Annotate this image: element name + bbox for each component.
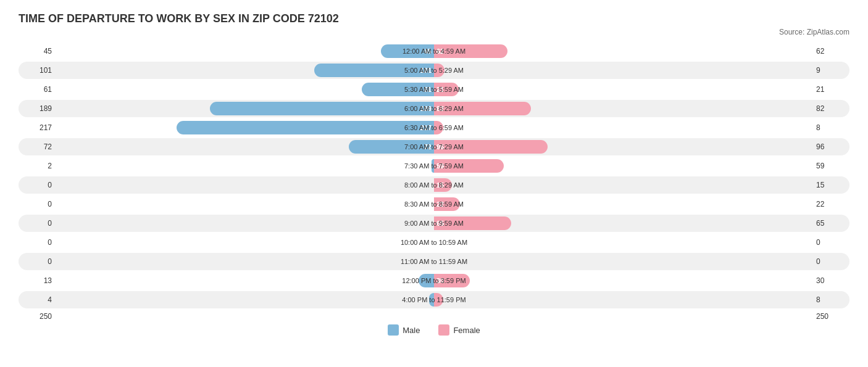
female-value: 62 — [812, 47, 849, 56]
female-value: 15 — [812, 181, 849, 189]
female-value: 96 — [812, 142, 849, 151]
bar-container: 7:00 AM to 7:29 AM7296 — [56, 138, 812, 155]
legend-female-label: Female — [453, 326, 480, 335]
bar-container: 8:00 AM to 8:29 AM15 — [56, 176, 812, 194]
male-value: 61 — [19, 85, 56, 94]
bar-container: 5:30 AM to 5:59 AM6121 — [56, 81, 812, 98]
male-value: 45 — [19, 47, 56, 56]
bar-container: 7:30 AM to 7:59 AM59 — [56, 157, 812, 175]
bar-container: 12:00 AM to 4:59 AM4562 — [56, 43, 812, 60]
axis-right-label: 250 — [812, 312, 849, 321]
bar-container: 11:00 AM to 11:59 AM — [56, 253, 812, 270]
male-value: 2 — [19, 162, 56, 170]
bar-row: 727:00 AM to 7:29 AM729696 — [19, 138, 849, 155]
time-label: 6:00 AM to 6:29 AM — [404, 105, 464, 112]
time-label: 12:00 PM to 3:59 PM — [402, 277, 465, 284]
bar-container: 12:00 PM to 3:59 PM30 — [56, 272, 812, 289]
male-value: 72 — [19, 142, 56, 151]
male-value: 0 — [19, 238, 56, 247]
time-label: 11:00 AM to 11:59 AM — [401, 258, 467, 265]
male-value: 13 — [19, 276, 56, 285]
time-label: 8:00 AM to 8:29 AM — [404, 181, 464, 189]
bar-container: 9:00 AM to 9:59 AM65 — [56, 215, 812, 232]
male-value: 0 — [19, 219, 56, 228]
legend-male: Male — [388, 324, 420, 336]
legend-female-box — [438, 324, 449, 336]
bar-row: 44:00 PM to 11:59 PM8 — [19, 291, 849, 308]
axis-row: 250 250 — [19, 312, 849, 321]
female-value: 59 — [812, 162, 849, 170]
female-value: 8 — [812, 123, 849, 132]
female-value: 8 — [812, 295, 849, 304]
female-value: 30 — [812, 276, 849, 285]
time-label: 5:30 AM to 5:59 AM — [404, 86, 464, 93]
female-value: 65 — [812, 219, 849, 228]
chart-area: 4512:00 AM to 4:59 AM4562621015:00 AM to… — [19, 43, 849, 308]
time-label: 10:00 AM to 10:59 AM — [401, 239, 467, 246]
bar-row: 08:30 AM to 8:59 AM2222 — [19, 196, 849, 213]
male-value: 0 — [19, 181, 56, 189]
bar-row: 4512:00 AM to 4:59 AM456262 — [19, 43, 849, 60]
time-label: 4:00 PM to 11:59 PM — [402, 296, 465, 303]
axis-left-label: 250 — [19, 312, 56, 321]
page-title: TIME OF DEPARTURE TO WORK BY SEX IN ZIP … — [19, 12, 849, 25]
legend: Male Female — [19, 324, 849, 336]
female-value: 0 — [812, 238, 849, 247]
bar-row: 010:00 AM to 10:59 AM0 — [19, 234, 849, 251]
bar-container: 4:00 PM to 11:59 PM — [56, 291, 812, 308]
bar-row: 2176:30 AM to 6:59 AM2178 — [19, 119, 849, 136]
female-value: 22 — [812, 200, 849, 208]
bar-container: 6:30 AM to 6:59 AM217 — [56, 119, 812, 136]
male-bar: 217 — [177, 121, 434, 134]
bar-row: 615:30 AM to 5:59 AM612121 — [19, 81, 849, 98]
female-value: 82 — [812, 104, 849, 113]
female-value: 0 — [812, 257, 849, 266]
legend-male-box — [388, 324, 399, 336]
male-bar-wrap: 189 — [210, 102, 434, 115]
time-label: 5:00 AM to 5:29 AM — [404, 67, 464, 74]
bar-row: 1312:00 PM to 3:59 PM3030 — [19, 272, 849, 289]
male-value: 217 — [19, 123, 56, 132]
time-label: 12:00 AM to 4:59 AM — [403, 47, 465, 55]
bar-row: 09:00 AM to 9:59 AM6565 — [19, 215, 849, 232]
male-bar: 189 — [210, 102, 434, 115]
bar-container: 10:00 AM to 10:59 AM — [56, 234, 812, 251]
male-bar-wrap: 217 — [177, 121, 434, 134]
time-label: 7:00 AM to 7:29 AM — [404, 143, 464, 151]
time-label: 6:30 AM to 6:59 AM — [404, 124, 464, 131]
male-value: 189 — [19, 104, 56, 113]
source-label: Source: ZipAtlas.com — [19, 28, 849, 36]
bar-row: 1015:00 AM to 5:29 AM1019 — [19, 62, 849, 79]
legend-male-label: Male — [403, 326, 420, 335]
bar-row: 1896:00 AM to 6:29 AM1898282 — [19, 100, 849, 117]
male-value: 101 — [19, 66, 56, 75]
time-label: 8:30 AM to 8:59 AM — [404, 200, 464, 208]
bar-container: 6:00 AM to 6:29 AM18982 — [56, 100, 812, 117]
female-value: 9 — [812, 66, 849, 75]
male-value: 0 — [19, 257, 56, 266]
male-value: 4 — [19, 295, 56, 304]
time-label: 7:30 AM to 7:59 AM — [404, 162, 464, 170]
male-value: 0 — [19, 200, 56, 208]
bar-container: 5:00 AM to 5:29 AM101 — [56, 62, 812, 79]
bar-container: 8:30 AM to 8:59 AM22 — [56, 196, 812, 213]
legend-female: Female — [438, 324, 480, 336]
female-value: 21 — [812, 85, 849, 94]
bar-row: 08:00 AM to 8:29 AM1515 — [19, 176, 849, 194]
bar-row: 011:00 AM to 11:59 AM0 — [19, 253, 849, 270]
bar-row: 27:30 AM to 7:59 AM5959 — [19, 157, 849, 175]
time-label: 9:00 AM to 9:59 AM — [404, 220, 464, 227]
